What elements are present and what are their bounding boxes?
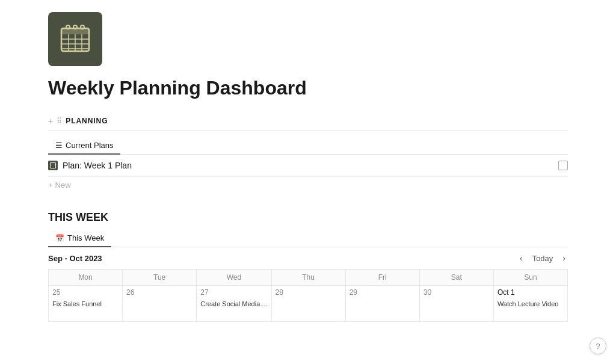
planning-drag-icon: ⠿ (57, 117, 62, 125)
plus-icon: + (48, 180, 53, 190)
cal-header-wed: Wed (197, 270, 271, 286)
add-new-label: New (55, 180, 71, 190)
current-plans-tab-label: Current Plans (66, 141, 113, 150)
calendar-nav: ‹ Today › (517, 252, 568, 264)
plan-row: Plan: Week 1 Plan (48, 155, 568, 177)
cal-header-sat: Sat (420, 270, 494, 286)
cal-header-thu: Thu (272, 270, 346, 286)
planning-section-header: + ⠿ PLANNING (48, 116, 568, 131)
planning-section-title: PLANNING (66, 117, 108, 125)
plan-item-name[interactable]: Plan: Week 1 Plan (63, 161, 132, 170)
plan-item-icon (48, 161, 58, 170)
calendar-header: Sep - Oct 2023 ‹ Today › (48, 247, 568, 270)
calendar-grid: Mon Tue Wed Thu Fri Sat Sun 25 Fix Sales… (48, 270, 568, 322)
this-week-tab-label: This Week (67, 233, 104, 242)
cal-event-mon: Fix Sales Funnel (52, 299, 119, 309)
cal-day-num-26: 26 (126, 288, 192, 297)
planning-view-tabs: ☰ Current Plans (48, 137, 568, 155)
calendar-next-button[interactable]: › (560, 252, 568, 264)
plan-row-left: Plan: Week 1 Plan (48, 161, 132, 170)
cal-day-29[interactable]: 29 (346, 286, 420, 322)
cal-day-28[interactable]: 28 (272, 286, 346, 322)
list-icon: ☰ (55, 141, 63, 150)
calendar-date-range: Sep - Oct 2023 (48, 254, 102, 263)
cal-day-num-30: 30 (424, 288, 490, 297)
plan-item-checkbox[interactable] (558, 161, 568, 170)
cal-day-26[interactable]: 26 (123, 286, 197, 322)
cal-day-27[interactable]: 27 Create Social Media ... (197, 286, 271, 322)
this-week-tab[interactable]: 📅 This Week (48, 230, 111, 247)
add-new-button[interactable]: + New (48, 177, 71, 193)
cal-header-fri: Fri (346, 270, 420, 286)
planning-section: + ⠿ PLANNING ☰ Current Plans Plan: Week … (48, 116, 568, 193)
cal-day-num-25: 25 (52, 288, 119, 297)
this-week-title: THIS WEEK (48, 211, 568, 224)
cal-day-30[interactable]: 30 (420, 286, 494, 322)
cal-header-tue: Tue (123, 270, 197, 286)
cal-day-num-27: 27 (200, 288, 267, 297)
calendar-small-icon: 📅 (55, 234, 64, 242)
main-page: Weekly Planning Dashboard + ⠿ PLANNING ☰… (0, 0, 616, 322)
cal-day-num-29: 29 (350, 288, 416, 297)
plan-icon-inner (50, 162, 56, 168)
calendar-today-button[interactable]: Today (529, 253, 557, 264)
this-week-section: THIS WEEK 📅 This Week Sep - Oct 2023 ‹ T… (48, 211, 568, 322)
calendar-prev-button[interactable]: ‹ (517, 252, 525, 264)
cal-header-sun: Sun (494, 270, 568, 286)
cal-day-25[interactable]: 25 Fix Sales Funnel (49, 286, 123, 322)
planning-current-plans-tab[interactable]: ☰ Current Plans (48, 137, 120, 155)
svg-point-3 (73, 25, 77, 29)
svg-point-4 (81, 25, 84, 29)
cal-header-mon: Mon (49, 270, 123, 286)
cal-day-num-28: 28 (276, 288, 342, 297)
this-week-view-tabs: 📅 This Week (48, 230, 568, 247)
help-button[interactable]: ? (590, 338, 606, 354)
cal-day-oct1[interactable]: Oct 1 Watch Lecture Video (494, 286, 568, 322)
cal-event-wed: Create Social Media ... (200, 299, 267, 309)
calendar-icon-svg (58, 22, 92, 56)
planning-add-button[interactable]: + (48, 116, 53, 126)
page-title: Weekly Planning Dashboard (48, 77, 568, 99)
cal-day-num-oct1: Oct 1 (497, 288, 564, 297)
cal-event-sun: Watch Lecture Video (497, 299, 564, 309)
page-icon (48, 12, 102, 66)
svg-point-2 (66, 25, 70, 29)
